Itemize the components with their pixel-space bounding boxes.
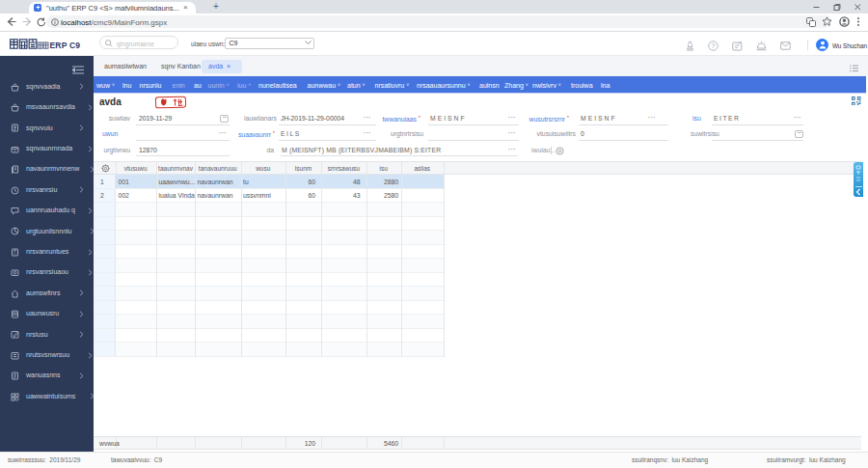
svg-text:?: ?	[712, 42, 716, 49]
svg-text:ERP C9: ERP C9	[50, 41, 81, 50]
